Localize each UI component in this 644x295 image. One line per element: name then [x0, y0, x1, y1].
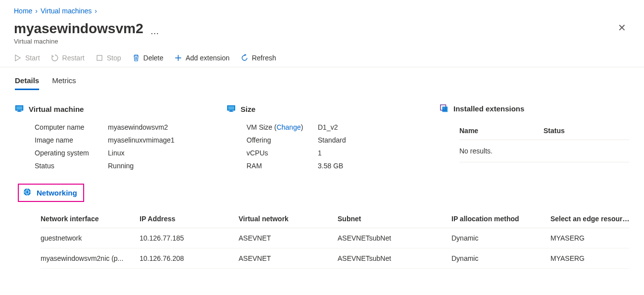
table-row[interactable]: myasewindowsvm2nic (p... 10.126.76.208 A… [41, 248, 629, 269]
net-alloc-cell: Dynamic [451, 234, 550, 242]
ext-empty-message: No results. [459, 140, 629, 162]
net-edge-cell: MYASERG [550, 254, 644, 262]
extensions-icon [440, 104, 448, 113]
net-col-edge[interactable]: Select an edge resour… [550, 215, 644, 223]
stop-icon [96, 54, 103, 62]
svg-rect-10 [442, 106, 447, 112]
tab-bar: Details Metrics [0, 67, 644, 90]
net-vnet-cell: ASEVNET [239, 234, 338, 242]
computer-name-label: Computer name [35, 123, 104, 131]
net-col-ip[interactable]: IP Address [140, 215, 239, 223]
net-vnet-cell: ASEVNET [239, 254, 338, 262]
change-size-link[interactable]: Change [277, 123, 301, 131]
start-button[interactable]: Start [14, 54, 40, 62]
image-name-value: myaselinuxvmimage1 [108, 136, 222, 144]
offering-value: Standard [318, 136, 420, 144]
image-name-label: Image name [35, 136, 104, 144]
status-label: Status [35, 162, 104, 170]
svg-rect-3 [18, 111, 20, 111]
page-title: myasewindowsvm2 [14, 21, 143, 37]
svg-rect-2 [16, 106, 23, 110]
delete-button[interactable]: Delete [132, 54, 163, 62]
trash-icon [132, 54, 140, 62]
chevron-right-icon: › [95, 7, 97, 15]
vcpus-value: 1 [318, 149, 420, 157]
breadcrumb-home[interactable]: Home [14, 7, 32, 15]
add-extension-button[interactable]: Add extension [174, 54, 230, 62]
globe-icon [23, 188, 32, 198]
net-col-vnet[interactable]: Virtual network [239, 215, 338, 223]
breadcrumb: Home › Virtual machines › [0, 0, 644, 18]
chevron-right-icon: › [35, 7, 38, 15]
networking-heading[interactable]: Networking [37, 189, 77, 197]
ext-col-status: Status [544, 127, 565, 135]
vm-icon [15, 104, 24, 114]
ext-col-name: Name [459, 127, 544, 135]
size-section-heading: Size [241, 105, 255, 113]
net-alloc-cell: Dynamic [451, 254, 550, 262]
ram-label: RAM [247, 162, 314, 170]
net-col-subnet[interactable]: Subnet [338, 215, 451, 223]
svg-point-11 [24, 189, 31, 196]
more-icon[interactable]: … [150, 22, 159, 36]
net-ip-cell: 10.126.76.208 [140, 254, 239, 262]
net-col-alloc[interactable]: IP allocation method [451, 215, 550, 223]
net-iface-cell: guestnetwork [41, 234, 140, 242]
net-subnet-cell: ASEVNETsubNet [338, 254, 451, 262]
svg-rect-0 [97, 55, 102, 60]
vm-section-heading: Virtual machine [29, 105, 84, 113]
os-value: Linux [108, 149, 222, 157]
svg-rect-8 [229, 111, 234, 112]
net-ip-cell: 10.126.77.185 [140, 234, 239, 242]
vmsize-label: VM Size (Change) [247, 123, 314, 131]
restart-icon [51, 54, 59, 62]
close-button[interactable]: ✕ [614, 21, 630, 35]
stop-button[interactable]: Stop [96, 54, 121, 62]
plus-icon [174, 54, 182, 62]
table-row[interactable]: guestnetwork 10.126.77.185 ASEVNET ASEVN… [41, 228, 629, 248]
refresh-icon [241, 54, 248, 62]
restart-button[interactable]: Restart [51, 54, 85, 62]
svg-rect-6 [228, 106, 235, 110]
os-label: Operating system [35, 149, 104, 157]
vcpus-label: vCPUs [247, 149, 314, 157]
tab-metrics[interactable]: Metrics [52, 76, 76, 90]
extensions-section-heading: Installed extensions [453, 104, 524, 113]
command-bar: Start Restart Stop Delete Add extension … [0, 47, 644, 67]
tab-details[interactable]: Details [15, 76, 39, 90]
vmsize-value: D1_v2 [318, 123, 420, 131]
resource-type-label: Virtual machine [14, 38, 159, 45]
refresh-button[interactable]: Refresh [241, 54, 276, 62]
status-value: Running [108, 162, 222, 170]
svg-rect-7 [230, 111, 232, 111]
net-subnet-cell: ASEVNETsubNet [338, 234, 451, 242]
breadcrumb-vms[interactable]: Virtual machines [41, 7, 92, 15]
ram-value: 3.58 GB [318, 162, 420, 170]
net-edge-cell: MYASERG [550, 234, 644, 242]
net-col-iface[interactable]: Network interface [41, 215, 140, 223]
svg-rect-4 [17, 111, 22, 112]
networking-heading-highlight: Networking [18, 184, 84, 202]
offering-label: Offering [247, 136, 314, 144]
computer-name-value: myasewindowsvm2 [108, 123, 222, 131]
play-icon [14, 54, 22, 62]
vm-icon [227, 104, 236, 114]
net-iface-cell: myasewindowsvm2nic (p... [41, 254, 140, 262]
